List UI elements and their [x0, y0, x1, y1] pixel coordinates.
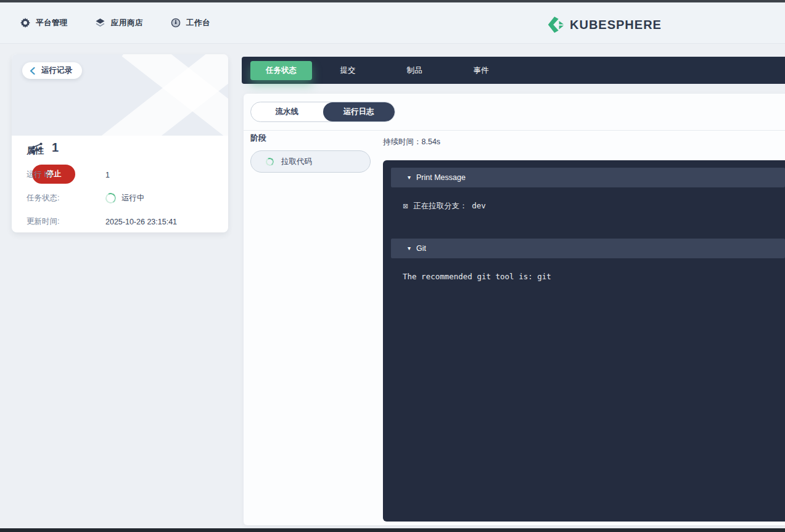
nav-label: 工作台: [186, 18, 210, 28]
duration-label: 持续时间：: [383, 137, 422, 146]
log-section-print-message[interactable]: ▾ Print Message: [391, 168, 785, 187]
running-spinner-icon: [265, 157, 275, 166]
divider: [244, 130, 785, 131]
browser-bottom-strip: [0, 528, 785, 532]
nav-label: 平台管理: [36, 18, 68, 28]
back-to-run-records-button[interactable]: 运行记录: [22, 62, 82, 79]
attr-row-status: 任务状态: 运行中: [27, 193, 212, 203]
stage-label: 拉取代码: [281, 157, 312, 167]
nav-item-workbench[interactable]: 工作台: [170, 18, 210, 28]
attr-row-run-id: 运行 ID: 1: [27, 170, 212, 180]
global-header: 平台管理 应用商店 工作台 KUBESPHERE: [0, 2, 785, 44]
attr-label: 运行 ID:: [27, 170, 105, 180]
tab-task-status[interactable]: 任务状态: [250, 61, 312, 80]
attr-value: 运行中: [105, 193, 145, 203]
toggle-pipeline[interactable]: 流水线: [251, 102, 323, 121]
appstore-icon: [95, 18, 105, 28]
box-x-icon: ⊠: [403, 202, 408, 210]
chevron-down-icon: ▾: [408, 174, 411, 181]
tab-commits[interactable]: 提交: [317, 61, 379, 80]
run-detail-card: 运行记录 1 停止 属性 运行 ID: 1 任务状态: 运行中: [12, 54, 228, 232]
log-text: The recommended git tool is: git: [403, 272, 551, 281]
stage-column-title: 阶段: [250, 133, 377, 144]
back-label: 运行记录: [41, 65, 72, 76]
chevron-left-icon: [30, 67, 35, 75]
attr-value: 1: [105, 171, 110, 179]
duration-value: 8.54s: [422, 137, 441, 146]
log-section-git[interactable]: ▾ Git: [391, 239, 785, 258]
kubesphere-logo[interactable]: KUBESPHERE: [546, 15, 662, 34]
tab-artifacts[interactable]: 制品: [384, 61, 445, 80]
duration-text: 持续时间：8.54s: [383, 137, 440, 147]
stage-column: 阶段 拉取代码: [250, 133, 377, 173]
log-line: ⊠ 正在拉取分支： dev: [403, 201, 785, 211]
task-status-panel: 流水线 运行日志 阶段 拉取代码 持续时间：8.54s ▾ Print Mess…: [244, 94, 785, 525]
workbench-icon: [170, 18, 181, 28]
spacer: [383, 223, 785, 231]
attr-row-updated: 更新时间: 2025-10-26 23:15:41: [27, 216, 212, 227]
kubesphere-logo-text: KUBESPHERE: [570, 18, 662, 32]
tab-events[interactable]: 事件: [450, 61, 512, 80]
attributes-title: 属性: [27, 145, 212, 157]
kubesphere-logo-icon: [546, 15, 565, 34]
log-section-title: Print Message: [416, 173, 466, 182]
attr-label: 任务状态:: [27, 193, 105, 203]
running-spinner-icon: [104, 192, 117, 205]
gear-icon: [20, 18, 30, 28]
global-nav: 平台管理 应用商店 工作台: [20, 2, 210, 43]
nav-item-appstore[interactable]: 应用商店: [95, 18, 143, 28]
chevron-down-icon: ▾: [408, 245, 411, 252]
main-tabbar: 任务状态 提交 制品 事件: [242, 57, 785, 84]
nav-label: 应用商店: [111, 18, 143, 28]
stage-item-pull-code[interactable]: 拉取代码: [250, 150, 371, 173]
toggle-run-log[interactable]: 运行日志: [323, 102, 395, 121]
run-log-panel[interactable]: ▾ Print Message ⊠ 正在拉取分支： dev ▾ Git The …: [383, 160, 785, 522]
view-toggle: 流水线 运行日志: [250, 102, 395, 122]
nav-item-platform[interactable]: 平台管理: [20, 18, 68, 28]
log-line: The recommended git tool is: git: [403, 272, 785, 281]
log-text: 正在拉取分支： dev: [413, 201, 486, 211]
attr-value: 2025-10-26 23:15:41: [105, 218, 177, 226]
attr-label: 更新时间:: [27, 216, 105, 227]
status-text: 运行中: [121, 193, 145, 203]
attributes-section: 属性 运行 ID: 1 任务状态: 运行中 更新时间: 2025-10-26 2…: [27, 145, 212, 227]
log-section-title: Git: [416, 244, 426, 253]
